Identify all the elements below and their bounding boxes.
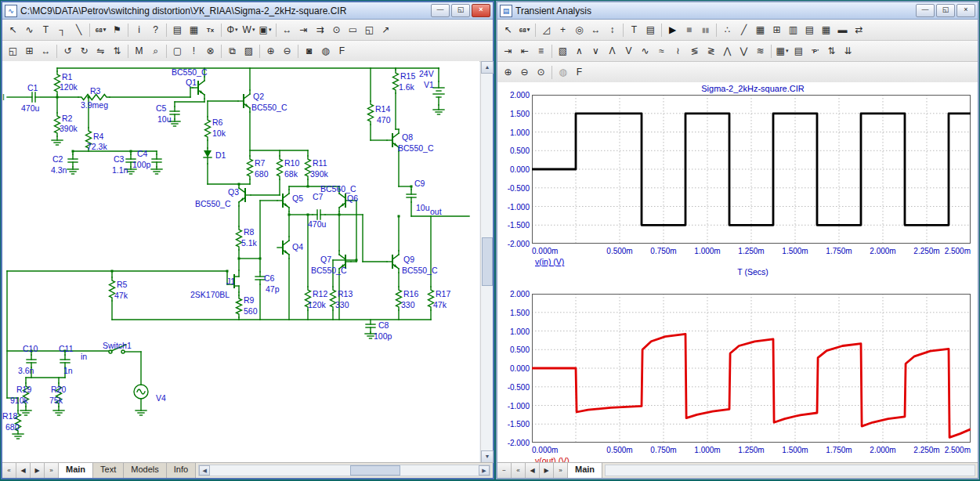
flip-vertical-button[interactable]: ⇅ [109,43,125,59]
tokens-button[interactable]: ╱ [736,22,752,38]
component-label[interactable]: Q9 [403,255,414,264]
move-button[interactable]: ↔ [38,43,54,59]
component-label[interactable]: J1 [226,277,235,286]
component-label[interactable]: C6 [264,273,274,283]
component-label[interactable]: BC560_C [320,184,356,193]
envelope-button[interactable]: ≋ [752,43,768,59]
component-label[interactable]: R8 [244,227,254,237]
component-label[interactable]: 100p [374,331,392,341]
horizontal-scrollbar[interactable]: ◀ ▶ [198,465,490,476]
next-peak-button[interactable]: ∧ [571,43,588,59]
paste-page-button[interactable]: ▨ [240,43,257,59]
first-page-button[interactable]: « [2,463,16,478]
component-label[interactable]: BC550_C [398,143,434,153]
component-label[interactable]: V4 [156,393,166,403]
component-label[interactable]: R17 [436,289,450,298]
graph-objects-button[interactable]: 68 [516,22,533,38]
component-label[interactable]: 3.9meg [81,100,108,110]
keep-cursors-button[interactable]: ⇊ [840,43,856,59]
component-label[interactable]: R4 [93,132,103,141]
component-label[interactable]: 1.1n [112,165,128,175]
globe-button[interactable]: ◍ [555,64,571,80]
component-label[interactable]: 2SK170BL [190,290,230,299]
collapse-button[interactable]: − [497,463,512,478]
bottom-button[interactable]: ≷ [703,43,719,59]
rotate-ccw-button[interactable]: ↺ [60,43,76,59]
component-label[interactable]: 100p [132,160,150,169]
component-label[interactable]: BC550_C [195,199,231,208]
minimize-button[interactable]: — [916,4,935,17]
component-label[interactable]: Q1 [186,78,197,87]
component-label[interactable]: 560 [244,306,258,316]
component-label[interactable]: 10u [157,114,172,124]
component-label[interactable]: BC550_C [251,103,287,112]
magnify-button[interactable]: M [131,43,147,59]
component-label[interactable]: 47k [433,300,447,309]
vertical-scroll-thumb[interactable] [482,237,493,286]
low-button[interactable]: ≈ [653,43,670,59]
component-label[interactable]: 72.3k [87,142,107,151]
go-to-y-button[interactable]: ⇤ [516,43,533,59]
first-page-button[interactable]: « [512,463,526,478]
component-label[interactable]: 330 [401,300,415,309]
component-label[interactable]: R10 [284,158,299,168]
component-label[interactable]: 390k [60,124,78,133]
help-mode-button[interactable]: ? [147,22,164,38]
component-label[interactable]: 4.3n [51,165,67,175]
component-label[interactable]: 47k [114,291,128,300]
run-button[interactable]: ▶ [664,22,681,38]
zoom-out-button[interactable]: ⊖ [516,64,533,80]
component-label[interactable]: R3 [90,86,100,96]
restore-button[interactable]: ◱ [936,4,955,17]
component-label[interactable]: C4 [137,149,147,158]
component-label[interactable]: in [81,352,87,361]
restore-button[interactable]: ◱ [451,4,470,17]
tile-windows-button[interactable]: ◱ [361,22,378,38]
node-snap-button[interactable]: ⊙ [328,22,345,38]
horizontal-tag-button[interactable]: ↔ [588,22,604,38]
component-label[interactable]: R16 [403,289,418,298]
component-label[interactable]: C3 [114,154,124,164]
analysis-titlebar[interactable]: ▤ Transient Analysis — ◱ × [497,2,978,20]
component-label[interactable]: BC550_C [311,266,347,275]
stop-button[interactable]: ■ [681,22,697,38]
flip-horizontal-button[interactable]: ⇋ [92,43,109,59]
scale-mode-button[interactable]: ◿ [538,22,555,38]
component-label[interactable]: 470u [21,103,39,113]
component-label[interactable]: 330 [335,300,349,309]
component-label[interactable]: BC550_C [402,266,438,275]
go-to-x-button[interactable]: ⇥ [500,43,516,59]
font-button[interactable]: F [571,64,588,80]
component-label[interactable]: R7 [255,158,265,168]
pan-tool[interactable]: ↔ [279,22,295,38]
zoom-window-button[interactable]: ⊙ [533,64,549,80]
close-button[interactable]: × [472,4,490,17]
link-tool[interactable]: ↗ [378,22,394,38]
scroll-right-button[interactable]: ▶ [479,465,490,476]
ruler-button[interactable]: ▦ [752,22,768,38]
text-attributes-button[interactable]: Tx [202,22,219,38]
tab-models[interactable]: Models [124,463,166,478]
component-label[interactable]: 1.6k [399,82,414,92]
component-label[interactable]: D1 [215,150,226,160]
data-points-button[interactable]: ∴ [719,22,736,38]
graphics-tool[interactable]: ▭ [345,22,361,38]
component-label[interactable]: R19 [16,385,31,394]
component-label[interactable]: 390k [310,169,328,179]
global-low-button[interactable]: ⋁ [736,43,752,59]
component-label[interactable]: 120k [308,300,326,309]
p-key-button[interactable]: 'P' [807,43,823,59]
text-tool[interactable]: T [38,22,54,38]
pause-button[interactable]: ▮▮ [697,22,714,38]
component-label[interactable]: 120k [60,82,78,92]
component-label[interactable]: 680 [5,422,20,432]
component-label[interactable]: Q5 [292,193,303,203]
horizontal-scrollbar[interactable] [605,465,975,476]
component-label[interactable]: 680 [255,169,269,179]
bus-tool[interactable]: ⇉ [312,22,328,38]
plus-mark-button[interactable]: ⊞ [768,22,785,38]
component-label[interactable]: Q2 [253,92,264,101]
component-label[interactable]: 910k [10,396,28,405]
top-button[interactable]: ≶ [686,43,703,59]
component-label[interactable]: R2 [62,114,72,123]
